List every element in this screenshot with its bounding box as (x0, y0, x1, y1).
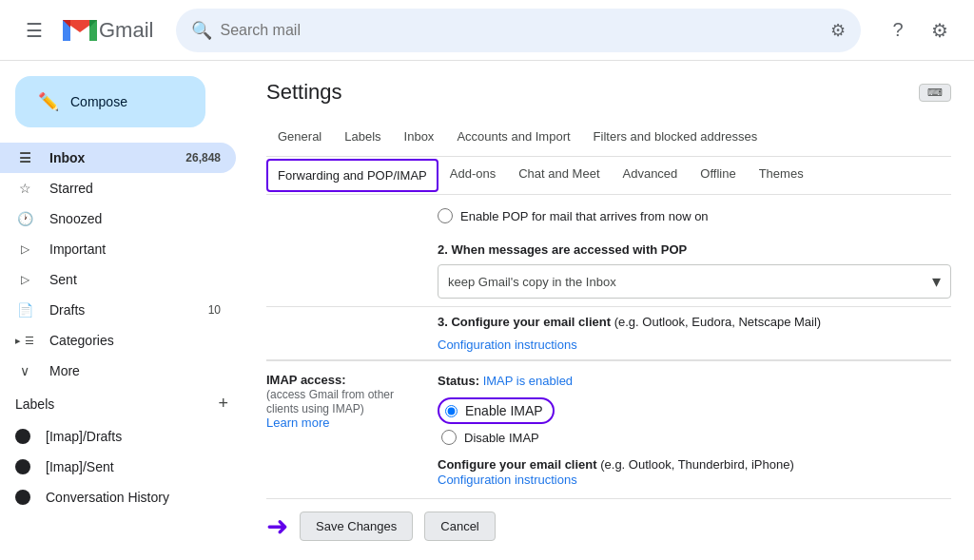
keyboard-shortcut-badge: ⌨ (919, 84, 951, 102)
menu-icon: ☰ (26, 19, 43, 42)
tab-offline[interactable]: Offline (689, 157, 747, 194)
configure-label-1 (266, 315, 438, 352)
labels-add-button[interactable]: + (218, 394, 228, 414)
pop-dropdown-value: keep Gmail's copy in the Inbox (448, 275, 616, 289)
sent-label: Sent (49, 272, 221, 287)
sidebar-item-sent[interactable]: ▷ Sent (0, 264, 236, 295)
inbox-icon: ☰ (15, 150, 34, 165)
dropdown-arrow-icon: ▾ (932, 271, 941, 292)
search-icon: 🔍 (191, 20, 212, 41)
enable-pop-label: Enable POP for mail that arrives from no… (460, 209, 709, 223)
categories-label: Categories (49, 333, 221, 348)
settings-title-text: Settings (266, 80, 342, 105)
sent-icon: ▷ (15, 273, 34, 286)
sidebar-item-starred[interactable]: ☆ Starred (0, 173, 236, 203)
configure-content-1: 3. Configure your email client (e.g. Out… (438, 315, 951, 352)
label-item-imap-sent[interactable]: [Imap]/Sent (0, 452, 244, 482)
enable-imap-highlighted: Enable IMAP (438, 397, 555, 424)
imap-sublabel: (access Gmail from other clients using I… (266, 388, 394, 415)
tab-addons[interactable]: Add-ons (438, 157, 507, 194)
gmail-text: Gmail (99, 18, 153, 43)
label-dot-icon (15, 490, 30, 505)
enable-imap-option: Enable IMAP (438, 397, 951, 424)
save-changes-button[interactable]: Save Changes (300, 512, 413, 541)
tab-chat[interactable]: Chat and Meet (507, 157, 611, 194)
tab-labels[interactable]: Labels (333, 120, 392, 156)
more-label: More (49, 363, 221, 378)
disable-imap-option: Disable IMAP (441, 430, 951, 445)
imap-label: IMAP access: (266, 373, 346, 387)
hamburger-menu[interactable]: ☰ (15, 11, 53, 49)
label-imap-sent-text: [Imap]/Sent (46, 459, 114, 474)
imap-row: IMAP access: (access Gmail from other cl… (266, 360, 951, 499)
pop-enable-content: Enable POP for mail that arrives from no… (438, 208, 951, 229)
gmail-logo: Gmail (61, 16, 153, 45)
imap-status-value: IMAP is enabled (483, 374, 573, 388)
pop-accessed-label (266, 242, 438, 299)
settings-title-bar: Settings ⌨ (266, 80, 951, 105)
configure-row-1: 3. Configure your email client (e.g. Out… (266, 307, 951, 360)
cancel-button[interactable]: Cancel (424, 512, 495, 541)
sidebar-item-snoozed[interactable]: 🕐 Snoozed (0, 203, 236, 234)
starred-icon: ☆ (15, 181, 34, 196)
labels-section-header: Labels + (0, 386, 244, 421)
configure-subtitle-1-text: (e.g. Outlook, Eudora, Netscape Mail) (614, 315, 822, 329)
sidebar-item-drafts[interactable]: 📄 Drafts 10 (0, 295, 236, 325)
sidebar: ✏️ Compose ☰ Inbox 26,848 ☆ Starred 🕐 Sn… (0, 61, 244, 560)
configure-imap-subtitle: (e.g. Outlook, Thunderbird, iPhone) (600, 457, 794, 472)
enable-imap-radio[interactable] (445, 405, 458, 417)
label-item-conversation-history[interactable]: Conversation History (0, 482, 244, 512)
tab-inbox[interactable]: Inbox (393, 120, 446, 156)
tune-icon[interactable]: ⚙ (830, 20, 846, 41)
label-imap-drafts-text: [Imap]/Drafts (46, 429, 122, 444)
inbox-count: 26,848 (185, 151, 221, 164)
sidebar-item-important[interactable]: ▷ Important (0, 234, 236, 264)
drafts-label: Drafts (49, 302, 193, 318)
settings-tabs-row2: Forwarding and POP/IMAP Add-ons Chat and… (266, 157, 951, 195)
disable-imap-radio[interactable] (441, 430, 457, 445)
sidebar-item-categories[interactable]: ▸ ☰ Categories (0, 325, 236, 356)
pop-label-col (266, 208, 438, 229)
pop-accessed-title: 2. When messages are accessed with POP (438, 242, 951, 257)
configure-imap-section: Configure your email client (e.g. Outloo… (438, 456, 951, 487)
compose-icon: ✏️ (38, 91, 59, 112)
search-input[interactable] (220, 22, 823, 39)
configure-link-1[interactable]: Configuration instructions (438, 338, 577, 352)
tab-advanced[interactable]: Advanced (612, 157, 690, 194)
important-icon: ▷ (15, 242, 34, 256)
label-dot-icon (15, 459, 30, 474)
label-conversation-history-text: Conversation History (46, 490, 169, 505)
save-arrow-icon: ➜ (266, 511, 288, 542)
snoozed-label: Snoozed (49, 211, 221, 226)
sidebar-item-inbox[interactable]: ☰ Inbox 26,848 (0, 143, 236, 173)
important-label: Important (49, 241, 221, 257)
gmail-m-icon (61, 16, 99, 45)
tab-general[interactable]: General (266, 120, 333, 156)
categories-icon: ▸ ☰ (15, 335, 34, 347)
configure-imap-link[interactable]: Configuration instructions (438, 473, 577, 487)
compose-button[interactable]: ✏️ Compose (15, 76, 205, 127)
imap-status-prefix: Status: (438, 374, 483, 388)
enable-pop-radio[interactable] (438, 208, 453, 223)
label-dot-icon (15, 429, 30, 444)
imap-learn-more[interactable]: Learn more (266, 415, 329, 430)
tab-themes[interactable]: Themes (748, 157, 815, 194)
topbar-actions: ? ⚙ (879, 11, 959, 49)
search-bar: 🔍 ⚙ (176, 9, 861, 52)
enable-imap-label: Enable IMAP (465, 403, 543, 418)
tab-forwarding[interactable]: Forwarding and POP/IMAP (266, 159, 438, 192)
help-button[interactable]: ? (879, 11, 917, 49)
label-item-imap-drafts[interactable]: [Imap]/Drafts (0, 421, 244, 452)
tab-filters[interactable]: Filters and blocked addresses (582, 120, 769, 156)
drafts-icon: 📄 (15, 302, 34, 318)
pop-dropdown[interactable]: keep Gmail's copy in the Inbox ▾ (438, 264, 951, 299)
labels-title: Labels (15, 396, 54, 412)
configure-title-1: 3. Configure your email client (e.g. Out… (438, 315, 951, 329)
settings-button[interactable]: ⚙ (921, 11, 959, 49)
tab-accounts[interactable]: Accounts and Import (445, 120, 581, 156)
sidebar-item-more[interactable]: ∨ More (0, 356, 236, 386)
more-icon: ∨ (15, 363, 34, 378)
snoozed-icon: 🕐 (15, 211, 34, 226)
starred-label: Starred (49, 181, 221, 196)
imap-label-col: IMAP access: (access Gmail from other cl… (266, 373, 438, 487)
